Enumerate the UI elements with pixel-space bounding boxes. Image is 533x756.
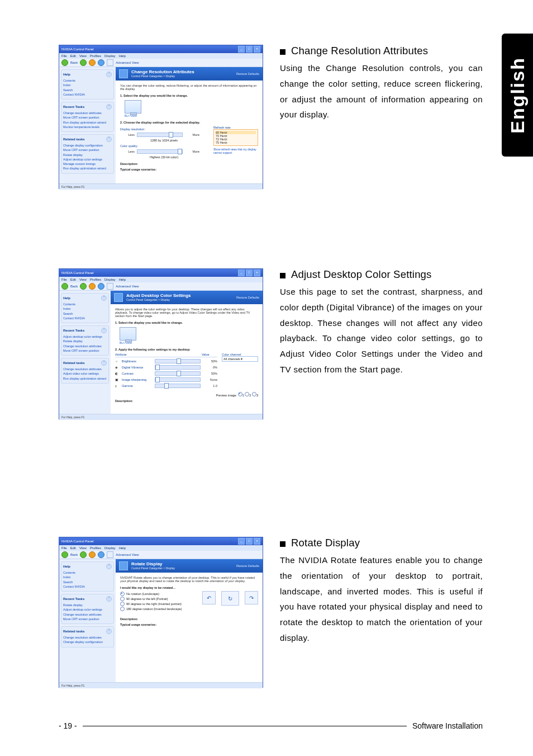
rot-opt-90l[interactable]: [120, 597, 125, 601]
related-link[interactable]: Manage custom timings: [63, 162, 112, 166]
menu-file[interactable]: File: [61, 278, 67, 281]
digvib-slider[interactable]: [155, 365, 201, 370]
recent-link[interactable]: Change resolution attributes: [63, 344, 107, 348]
help-index[interactable]: Index: [63, 575, 112, 579]
preview-2[interactable]: [245, 392, 249, 396]
home-icon[interactable]: [98, 551, 104, 558]
maximize-icon[interactable]: □: [246, 46, 253, 53]
monitor-icon[interactable]: [120, 327, 136, 341]
menubar[interactable]: File Edit View Profiles Display Help: [59, 53, 263, 59]
recent-link[interactable]: Change resolution attributes: [63, 612, 112, 617]
view-mode[interactable]: Advanced View: [116, 61, 139, 64]
menu-help[interactable]: Help: [119, 278, 126, 281]
view-mode[interactable]: Advanced View: [116, 285, 139, 288]
related-link[interactable]: Change display configuration: [63, 143, 112, 148]
menu-display[interactable]: Display: [104, 278, 116, 281]
menu-profiles[interactable]: Profiles: [90, 546, 101, 550]
recent-link[interactable]: Change resolution attributes: [63, 111, 112, 115]
back-label[interactable]: Back: [70, 553, 78, 556]
recent-link[interactable]: Move CRT screen position: [63, 348, 107, 353]
related-link[interactable]: Change resolution attributes: [63, 635, 112, 640]
monitor-icon[interactable]: [125, 100, 141, 114]
menu-edit[interactable]: Edit: [70, 546, 76, 550]
chevron-up-icon[interactable]: ˄: [101, 328, 107, 333]
menu-profiles[interactable]: Profiles: [90, 54, 101, 58]
menubar[interactable]: File Edit View Profiles Display Help: [59, 545, 263, 551]
help-search[interactable]: Search: [63, 311, 107, 316]
chevron-up-icon[interactable]: ˄: [106, 136, 112, 142]
related-link[interactable]: Move CRT screen position: [63, 148, 112, 152]
related-link[interactable]: Change resolution attributes: [63, 367, 107, 371]
help-index[interactable]: Index: [63, 83, 112, 87]
help-search[interactable]: Search: [63, 580, 112, 584]
forward-icon[interactable]: [80, 283, 87, 290]
category-icon[interactable]: [107, 283, 113, 290]
recent-link[interactable]: Run display optimization wizard: [63, 120, 112, 125]
refresh-option[interactable]: 75 Hertz: [216, 141, 256, 144]
related-link[interactable]: Run display optimization wizard: [63, 376, 107, 381]
close-icon[interactable]: ×: [254, 46, 260, 53]
stop-icon[interactable]: [89, 551, 96, 558]
back-icon[interactable]: [61, 59, 68, 66]
related-link[interactable]: Rotate display: [63, 153, 112, 157]
preview-3[interactable]: [252, 392, 256, 396]
rot-opt-180[interactable]: [120, 607, 125, 611]
recent-link[interactable]: Rotate display: [63, 339, 107, 343]
menu-edit[interactable]: Edit: [70, 278, 76, 281]
recent-link[interactable]: Adjust desktop color settings: [63, 607, 112, 612]
menu-view[interactable]: View: [79, 546, 87, 550]
restore-defaults[interactable]: Restore Defaults: [236, 564, 259, 568]
refresh-listbox[interactable]: 60 Hertz 70 Hertz 72 Hertz 75 Hertz: [213, 129, 258, 146]
preview-1[interactable]: [238, 392, 242, 396]
close-icon[interactable]: ×: [254, 270, 260, 276]
recent-link[interactable]: Move CRT screen position: [63, 617, 112, 621]
help-contents[interactable]: Contents: [63, 78, 112, 83]
chevron-up-icon[interactable]: ˄: [106, 104, 112, 110]
menu-display[interactable]: Display: [104, 54, 116, 58]
help-contact[interactable]: Contact NVIDIA: [63, 584, 112, 589]
restore-defaults[interactable]: Restore Defaults: [236, 296, 259, 299]
help-contents[interactable]: Contents: [63, 570, 112, 575]
menu-help[interactable]: Help: [119, 546, 126, 550]
recent-link[interactable]: Monitor temperature levels: [63, 125, 112, 129]
back-icon[interactable]: [61, 283, 68, 290]
menu-view[interactable]: View: [79, 54, 87, 58]
minimize-icon[interactable]: _: [238, 538, 245, 545]
back-label[interactable]: Back: [70, 61, 78, 64]
stop-icon[interactable]: [89, 283, 96, 290]
recent-link[interactable]: Move CRT screen position: [63, 115, 112, 120]
related-link[interactable]: Adjust video color settings: [63, 371, 107, 376]
back-icon[interactable]: [61, 551, 68, 558]
menu-file[interactable]: File: [61, 54, 67, 58]
home-icon[interactable]: [98, 283, 104, 290]
menu-edit[interactable]: Edit: [70, 54, 76, 58]
menu-display[interactable]: Display: [104, 546, 116, 550]
minimize-icon[interactable]: _: [238, 46, 245, 53]
rot-opt-none[interactable]: [120, 592, 125, 596]
chevron-up-icon[interactable]: ˄: [106, 596, 112, 602]
menu-view[interactable]: View: [79, 278, 87, 281]
rotate-ccw-icon[interactable]: ↶: [202, 591, 216, 604]
stop-icon[interactable]: [89, 59, 96, 66]
back-label[interactable]: Back: [70, 285, 78, 288]
menu-file[interactable]: File: [61, 546, 67, 550]
recent-link[interactable]: Adjust desktop color settings: [63, 334, 107, 339]
home-icon[interactable]: [98, 59, 104, 66]
category-icon[interactable]: [107, 59, 113, 66]
recent-link[interactable]: Rotate display: [63, 603, 112, 607]
related-link[interactable]: Run display optimization wizard: [63, 166, 112, 171]
related-link[interactable]: Adjust desktop color settings: [63, 157, 112, 162]
rotate-cw-icon[interactable]: ↷: [245, 591, 258, 604]
chevron-up-icon[interactable]: ˄: [106, 72, 112, 77]
forward-icon[interactable]: [80, 551, 87, 558]
resolution-slider[interactable]: [137, 133, 183, 137]
gamma-slider[interactable]: [155, 384, 201, 388]
chevron-up-icon[interactable]: ˄: [101, 360, 107, 366]
chevron-up-icon[interactable]: ˄: [101, 295, 107, 301]
brightness-slider[interactable]: [155, 359, 201, 363]
help-search[interactable]: Search: [63, 88, 112, 92]
maximize-icon[interactable]: □: [246, 270, 253, 276]
view-mode[interactable]: Advanced View: [116, 553, 139, 556]
help-index[interactable]: Index: [63, 306, 107, 311]
category-icon[interactable]: [107, 551, 113, 558]
